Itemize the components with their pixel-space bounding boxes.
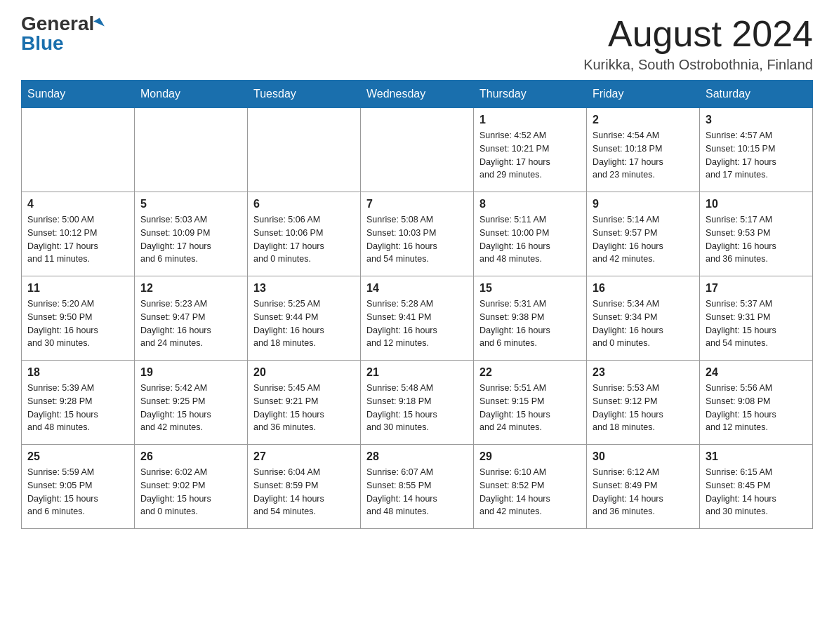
day-number: 9 <box>593 198 694 210</box>
calendar-cell <box>248 108 361 192</box>
day-number: 23 <box>593 366 694 379</box>
day-number: 25 <box>27 450 128 463</box>
day-number: 6 <box>253 198 355 210</box>
weekday-header-monday: Monday <box>135 81 248 108</box>
calendar-cell: 1Sunrise: 4:52 AM Sunset: 10:21 PM Dayli… <box>474 108 587 192</box>
day-number: 22 <box>479 366 581 379</box>
calendar-cell: 14Sunrise: 5:28 AM Sunset: 9:41 PM Dayli… <box>361 276 474 361</box>
day-number: 14 <box>366 282 468 295</box>
calendar-cell: 4Sunrise: 5:00 AM Sunset: 10:12 PM Dayli… <box>22 192 135 276</box>
calendar-cell: 5Sunrise: 5:03 AM Sunset: 10:09 PM Dayli… <box>135 192 248 276</box>
day-info: Sunrise: 5:45 AM Sunset: 9:21 PM Dayligh… <box>253 382 355 434</box>
day-number: 11 <box>27 282 128 295</box>
weekday-header-tuesday: Tuesday <box>248 81 361 108</box>
calendar-cell: 17Sunrise: 5:37 AM Sunset: 9:31 PM Dayli… <box>700 276 813 361</box>
calendar-cell: 10Sunrise: 5:17 AM Sunset: 9:53 PM Dayli… <box>700 192 813 276</box>
calendar-cell: 28Sunrise: 6:07 AM Sunset: 8:55 PM Dayli… <box>361 445 474 529</box>
day-number: 4 <box>27 198 128 210</box>
day-info: Sunrise: 6:07 AM Sunset: 8:55 PM Dayligh… <box>366 466 468 518</box>
day-info: Sunrise: 4:54 AM Sunset: 10:18 PM Daylig… <box>593 129 694 182</box>
month-title: August 2024 <box>583 14 813 54</box>
calendar-cell: 29Sunrise: 6:10 AM Sunset: 8:52 PM Dayli… <box>474 445 587 529</box>
calendar-week-5: 25Sunrise: 5:59 AM Sunset: 9:05 PM Dayli… <box>22 445 813 529</box>
day-number: 3 <box>706 114 807 126</box>
calendar-cell <box>135 108 248 192</box>
calendar-cell: 23Sunrise: 5:53 AM Sunset: 9:12 PM Dayli… <box>587 361 700 445</box>
calendar-cell: 18Sunrise: 5:39 AM Sunset: 9:28 PM Dayli… <box>22 361 135 445</box>
day-info: Sunrise: 5:42 AM Sunset: 9:25 PM Dayligh… <box>140 382 241 434</box>
day-info: Sunrise: 5:00 AM Sunset: 10:12 PM Daylig… <box>27 213 128 266</box>
day-info: Sunrise: 5:56 AM Sunset: 9:08 PM Dayligh… <box>706 382 807 434</box>
day-number: 28 <box>366 450 468 463</box>
weekday-header-saturday: Saturday <box>700 81 813 108</box>
day-info: Sunrise: 5:37 AM Sunset: 9:31 PM Dayligh… <box>706 297 807 350</box>
day-info: Sunrise: 5:28 AM Sunset: 9:41 PM Dayligh… <box>366 297 468 350</box>
day-number: 21 <box>366 366 468 379</box>
day-info: Sunrise: 4:57 AM Sunset: 10:15 PM Daylig… <box>706 129 807 182</box>
calendar-cell: 27Sunrise: 6:04 AM Sunset: 8:59 PM Dayli… <box>248 445 361 529</box>
day-info: Sunrise: 5:53 AM Sunset: 9:12 PM Dayligh… <box>593 382 694 434</box>
day-number: 24 <box>706 366 807 379</box>
calendar-cell: 25Sunrise: 5:59 AM Sunset: 9:05 PM Dayli… <box>22 445 135 529</box>
day-info: Sunrise: 5:23 AM Sunset: 9:47 PM Dayligh… <box>140 297 241 350</box>
calendar-cell: 30Sunrise: 6:12 AM Sunset: 8:49 PM Dayli… <box>587 445 700 529</box>
day-info: Sunrise: 5:08 AM Sunset: 10:03 PM Daylig… <box>366 213 468 266</box>
calendar-cell: 6Sunrise: 5:06 AM Sunset: 10:06 PM Dayli… <box>248 192 361 276</box>
day-info: Sunrise: 5:59 AM Sunset: 9:05 PM Dayligh… <box>27 466 128 518</box>
day-info: Sunrise: 5:11 AM Sunset: 10:00 PM Daylig… <box>479 213 581 266</box>
day-number: 18 <box>27 366 128 379</box>
day-number: 10 <box>706 198 807 210</box>
day-info: Sunrise: 6:10 AM Sunset: 8:52 PM Dayligh… <box>479 466 581 518</box>
calendar-week-1: 1Sunrise: 4:52 AM Sunset: 10:21 PM Dayli… <box>22 108 813 192</box>
calendar-cell: 20Sunrise: 5:45 AM Sunset: 9:21 PM Dayli… <box>248 361 361 445</box>
logo-blue: Blue <box>21 34 64 53</box>
day-info: Sunrise: 6:02 AM Sunset: 9:02 PM Dayligh… <box>140 466 241 518</box>
day-info: Sunrise: 5:14 AM Sunset: 9:57 PM Dayligh… <box>593 213 694 266</box>
day-number: 2 <box>593 114 694 126</box>
day-info: Sunrise: 6:04 AM Sunset: 8:59 PM Dayligh… <box>253 466 355 518</box>
calendar-cell: 19Sunrise: 5:42 AM Sunset: 9:25 PM Dayli… <box>135 361 248 445</box>
calendar-cell: 12Sunrise: 5:23 AM Sunset: 9:47 PM Dayli… <box>135 276 248 361</box>
day-number: 31 <box>706 450 807 463</box>
day-number: 12 <box>140 282 241 295</box>
calendar-cell: 15Sunrise: 5:31 AM Sunset: 9:38 PM Dayli… <box>474 276 587 361</box>
day-info: Sunrise: 5:17 AM Sunset: 9:53 PM Dayligh… <box>706 213 807 266</box>
day-number: 5 <box>140 198 241 210</box>
page-header: General Blue August 2024 Kurikka, South … <box>21 14 813 73</box>
day-number: 20 <box>253 366 355 379</box>
day-number: 7 <box>366 198 468 210</box>
calendar-cell: 13Sunrise: 5:25 AM Sunset: 9:44 PM Dayli… <box>248 276 361 361</box>
day-number: 27 <box>253 450 355 463</box>
weekday-header-thursday: Thursday <box>474 81 587 108</box>
day-info: Sunrise: 4:52 AM Sunset: 10:21 PM Daylig… <box>479 129 581 182</box>
day-number: 1 <box>479 114 581 126</box>
day-number: 17 <box>706 282 807 295</box>
day-info: Sunrise: 5:48 AM Sunset: 9:18 PM Dayligh… <box>366 382 468 434</box>
day-info: Sunrise: 6:15 AM Sunset: 8:45 PM Dayligh… <box>706 466 807 518</box>
day-info: Sunrise: 5:39 AM Sunset: 9:28 PM Dayligh… <box>27 382 128 434</box>
calendar-week-2: 4Sunrise: 5:00 AM Sunset: 10:12 PM Dayli… <box>22 192 813 276</box>
day-info: Sunrise: 6:12 AM Sunset: 8:49 PM Dayligh… <box>593 466 694 518</box>
day-info: Sunrise: 5:34 AM Sunset: 9:34 PM Dayligh… <box>593 297 694 350</box>
calendar-cell: 31Sunrise: 6:15 AM Sunset: 8:45 PM Dayli… <box>700 445 813 529</box>
calendar-table: SundayMondayTuesdayWednesdayThursdayFrid… <box>21 80 813 529</box>
calendar-cell <box>361 108 474 192</box>
calendar-cell: 3Sunrise: 4:57 AM Sunset: 10:15 PM Dayli… <box>700 108 813 192</box>
calendar-cell: 2Sunrise: 4:54 AM Sunset: 10:18 PM Dayli… <box>587 108 700 192</box>
day-info: Sunrise: 5:06 AM Sunset: 10:06 PM Daylig… <box>253 213 355 266</box>
calendar-cell: 26Sunrise: 6:02 AM Sunset: 9:02 PM Dayli… <box>135 445 248 529</box>
day-number: 13 <box>253 282 355 295</box>
day-number: 16 <box>593 282 694 295</box>
logo-triangle-icon <box>93 18 105 29</box>
day-info: Sunrise: 5:31 AM Sunset: 9:38 PM Dayligh… <box>479 297 581 350</box>
logo-general: General <box>21 14 94 34</box>
weekday-header-sunday: Sunday <box>22 81 135 108</box>
day-number: 15 <box>479 282 581 295</box>
calendar-week-4: 18Sunrise: 5:39 AM Sunset: 9:28 PM Dayli… <box>22 361 813 445</box>
calendar-cell: 8Sunrise: 5:11 AM Sunset: 10:00 PM Dayli… <box>474 192 587 276</box>
location-title: Kurikka, South Ostrobothnia, Finland <box>583 57 813 73</box>
calendar-cell: 21Sunrise: 5:48 AM Sunset: 9:18 PM Dayli… <box>361 361 474 445</box>
weekday-header-friday: Friday <box>587 81 700 108</box>
day-number: 29 <box>479 450 581 463</box>
day-info: Sunrise: 5:51 AM Sunset: 9:15 PM Dayligh… <box>479 382 581 434</box>
